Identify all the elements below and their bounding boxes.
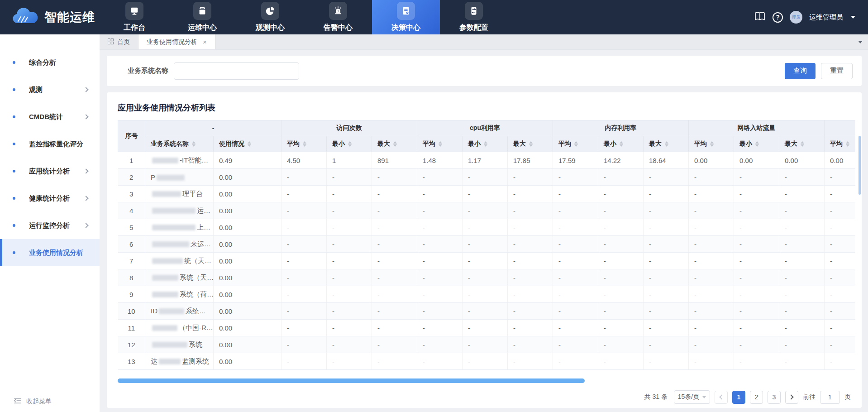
app-title: 智能运维 xyxy=(44,9,95,25)
goto-page-input[interactable] xyxy=(820,391,840,404)
cell-value: - xyxy=(372,286,417,303)
sort-icon[interactable] xyxy=(801,141,804,147)
cell-value: - xyxy=(644,336,689,353)
table-head: 序号-访问次数cpu利用率内存利用率网络入站流量业务系统名称使用情况平均最小最大… xyxy=(118,120,856,152)
column-header[interactable]: 最大 xyxy=(372,136,417,152)
sidebar-item-comprehensive-analysis[interactable]: 综合分析 xyxy=(0,49,100,76)
cell-seq: 1 xyxy=(118,152,145,169)
column-header[interactable]: 最小 xyxy=(598,136,644,152)
tab-business-usage-analysis[interactable]: 业务使用情况分析 × xyxy=(138,34,215,49)
horizontal-scrollbar-thumb[interactable] xyxy=(118,378,585,383)
collapse-menu-button[interactable]: 收起菜单 xyxy=(14,397,52,406)
cell-value: 0.00 xyxy=(825,152,855,169)
column-header[interactable]: 最大 xyxy=(779,136,825,152)
user-menu-caret-icon[interactable] xyxy=(851,16,855,19)
group-header: cpu利用率 xyxy=(417,120,553,136)
sidebar-item-cmdb-stats[interactable]: CMDB统计 xyxy=(0,103,100,130)
sort-icon[interactable] xyxy=(574,141,578,147)
current-user-name[interactable]: 运维管理员 xyxy=(809,13,843,22)
sort-icon[interactable] xyxy=(348,141,352,147)
cell-value: - xyxy=(553,286,598,303)
cell-value: - xyxy=(463,169,508,186)
column-header[interactable]: 最大 xyxy=(644,136,689,152)
brand-logo: 智能运维 xyxy=(0,7,100,28)
sort-icon[interactable] xyxy=(620,141,623,147)
column-header[interactable]: 平均 xyxy=(281,136,327,152)
column-header[interactable]: 最大 xyxy=(508,136,553,152)
tabbar-dropdown-caret-icon[interactable] xyxy=(858,41,863,43)
column-header[interactable]: 平均 xyxy=(417,136,463,152)
topnav-item-alarm-center[interactable]: 告警中心 xyxy=(304,0,372,34)
vertical-scrollbar-thumb[interactable] xyxy=(858,136,861,195)
docs-book-icon[interactable] xyxy=(754,11,766,24)
sort-icon[interactable] xyxy=(248,141,251,147)
prev-page-button[interactable] xyxy=(715,391,728,404)
column-header[interactable]: 平均 xyxy=(825,136,855,152)
cell-value: - xyxy=(372,336,417,353)
sort-icon[interactable] xyxy=(484,141,487,147)
topnav-item-observe-center[interactable]: 观测中心 xyxy=(236,0,304,34)
reset-button[interactable]: 重置 xyxy=(821,63,853,79)
column-header[interactable]: 平均 xyxy=(553,136,598,152)
page-size-select[interactable]: 15条/页 xyxy=(674,390,710,404)
column-header[interactable]: 最小 xyxy=(327,136,372,152)
sort-icon[interactable] xyxy=(393,141,397,147)
page-button-2[interactable]: 2 xyxy=(750,391,763,404)
column-header[interactable]: 使用情况 xyxy=(214,136,281,152)
business-system-name-input[interactable] xyxy=(174,62,299,80)
sidebar-item-health-stats-analysis[interactable]: 健康统计分析 xyxy=(0,185,100,212)
sort-icon[interactable] xyxy=(665,141,668,147)
sort-icon[interactable] xyxy=(755,141,759,147)
sort-icon[interactable] xyxy=(529,141,533,147)
sort-icon[interactable] xyxy=(303,141,306,147)
table-row: 9系统（荷…0.00------------- xyxy=(118,286,856,303)
cell-value: - xyxy=(825,336,855,353)
sort-icon[interactable] xyxy=(439,141,442,147)
cell-value: - xyxy=(281,219,327,236)
help-icon[interactable]: ? xyxy=(773,12,783,23)
workbench-icon xyxy=(125,2,143,20)
query-button[interactable]: 查询 xyxy=(785,63,816,79)
topnav-item-param-config[interactable]: 参数配置 xyxy=(440,0,508,34)
cell-value: - xyxy=(463,269,508,286)
table-row: 5上…0.00------------- xyxy=(118,219,856,236)
tab-home[interactable]: 首页 xyxy=(100,34,138,49)
cell-value: 1 xyxy=(327,152,372,169)
redacted-text xyxy=(152,325,177,331)
cell-value: 0.00 xyxy=(214,186,281,202)
bullet-icon xyxy=(13,61,15,64)
sidebar-item-business-usage-analysis[interactable]: 业务使用情况分析 xyxy=(0,239,100,266)
topnav-item-workbench[interactable]: 工作台 xyxy=(100,0,168,34)
cell-value: - xyxy=(689,336,734,353)
tab-bar: 首页 业务使用情况分析 × xyxy=(100,34,868,50)
column-header[interactable]: 最小 xyxy=(734,136,779,152)
cell-value: 0.00 xyxy=(214,336,281,353)
column-header[interactable]: 平均 xyxy=(689,136,734,152)
cell-value: - xyxy=(644,303,689,320)
cell-value: - xyxy=(417,219,463,236)
sidebar-item-runtime-monitor-analysis[interactable]: 运行监控分析 xyxy=(0,212,100,239)
next-page-button[interactable] xyxy=(785,391,798,404)
column-header[interactable]: 最小 xyxy=(463,136,508,152)
cell-value: - xyxy=(372,269,417,286)
sort-icon[interactable] xyxy=(846,141,849,147)
cell-system-name: ID系统… xyxy=(145,303,214,320)
redacted-text xyxy=(152,158,178,163)
cell-value: - xyxy=(598,320,644,336)
sidebar-item-app-stats-analysis[interactable]: 应用统计分析 xyxy=(0,158,100,185)
sort-icon[interactable] xyxy=(192,141,196,147)
page-button-3[interactable]: 3 xyxy=(768,391,781,404)
column-header[interactable]: 业务系统名称 xyxy=(145,136,214,152)
cell-value: 4.50 xyxy=(281,152,327,169)
group-header: 访问次数 xyxy=(281,120,417,136)
sidebar-item-observation[interactable]: 观测 xyxy=(0,76,100,103)
observe-center-icon xyxy=(261,2,279,20)
topnav-item-ops-center[interactable]: 运维中心 xyxy=(168,0,236,34)
avatar[interactable]: 理员 xyxy=(790,11,802,24)
sidebar-item-metric-scoring[interactable]: 监控指标量化评分 xyxy=(0,130,100,158)
tab-close-icon[interactable]: × xyxy=(203,38,207,46)
topnav-item-decision-center[interactable]: 决策中心 xyxy=(372,0,440,34)
sort-icon[interactable] xyxy=(710,141,714,147)
cell-value: 18.64 xyxy=(644,152,689,169)
page-button-1[interactable]: 1 xyxy=(732,391,745,404)
